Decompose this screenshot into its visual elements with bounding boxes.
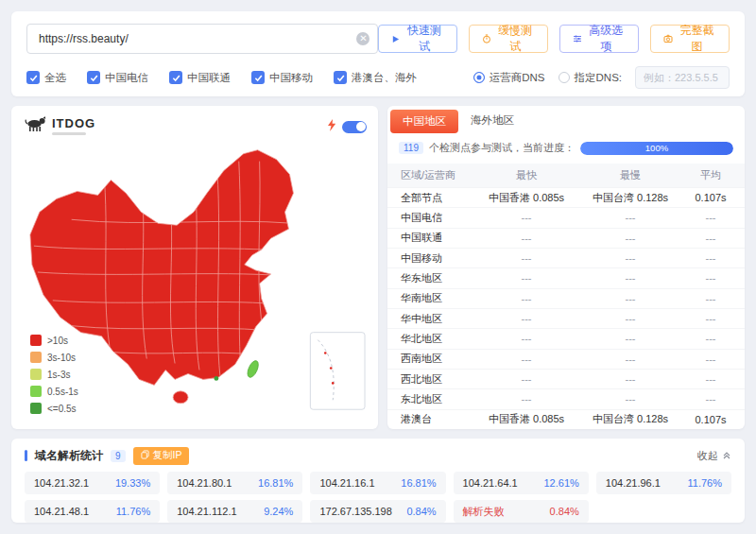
ip-percentage: 16.81% <box>258 477 293 489</box>
table-cell: --- <box>578 252 682 264</box>
radio-unselected-icon <box>558 72 570 83</box>
radio-label: 指定DNS: <box>575 71 622 85</box>
hainan-province[interactable] <box>173 391 188 404</box>
table-cell: --- <box>474 233 578 244</box>
progress-bar: 100% <box>580 142 733 155</box>
ip-address: 104.21.16.1 <box>319 477 374 489</box>
dog-icon <box>25 115 47 136</box>
table-row: 东北地区--------- <box>387 388 745 408</box>
radio-carrier-dns[interactable]: 运营商DNS <box>473 71 545 85</box>
logo-title: ITDOG <box>52 116 95 130</box>
table-row: 中国联通--------- <box>387 228 745 248</box>
progress-text: 个检测点参与测试，当前进度： <box>429 141 575 155</box>
checkbox-item[interactable]: 中国联通 <box>169 71 231 85</box>
table-cell: --- <box>474 353 578 365</box>
ip-stat-cell: 解析失败0.84% <box>454 500 589 523</box>
dns-stats-panel: 域名解析统计 9 复制IP 收起 <box>11 439 745 523</box>
url-input[interactable] <box>26 24 378 54</box>
tab-china-region[interactable]: 中国地区 <box>390 110 458 133</box>
camera-icon <box>663 34 673 43</box>
table-cell: --- <box>474 373 578 385</box>
custom-dns-input[interactable] <box>635 66 730 89</box>
table-cell: 西北地区 <box>387 372 474 387</box>
checkbox-item[interactable]: 中国移动 <box>251 71 313 85</box>
table-cell: 中国香港 0.085s <box>474 191 578 205</box>
table-cell: 中国台湾 0.128s <box>578 191 682 205</box>
map-animation-toggle[interactable] <box>342 121 367 133</box>
toggle-knob <box>356 122 366 131</box>
radio-custom-dns[interactable]: 指定DNS: <box>558 71 622 85</box>
table-cell: --- <box>474 313 578 324</box>
quick-test-button[interactable]: 快速测试 <box>378 25 456 53</box>
tab-overseas-region[interactable]: 海外地区 <box>458 109 526 132</box>
node-count-badge: 119 <box>399 142 423 154</box>
play-icon <box>391 35 400 43</box>
slow-test-button[interactable]: 缓慢测试 <box>469 25 548 53</box>
china-map-panel: ITDOG <box>11 106 378 429</box>
ip-percentage: 19.33% <box>115 477 150 489</box>
checkbox-label: 港澳台、海外 <box>352 71 417 85</box>
table-row: 西南地区--------- <box>387 349 745 369</box>
ip-address: 104.21.96.1 <box>606 477 661 489</box>
table-row: 华中地区--------- <box>387 308 745 328</box>
table-row: 港澳台中国香港 0.085s中国台湾 0.128s0.107s <box>387 409 745 429</box>
table-cell: --- <box>578 272 682 284</box>
taiwan-province[interactable] <box>246 359 261 379</box>
checked-checkbox-icon <box>26 71 40 84</box>
test-buttons: 快速测试缓慢测试高级选项完整截图 <box>378 25 730 53</box>
table-cell: --- <box>578 233 682 244</box>
advanced-options-button[interactable]: 高级选项 <box>559 25 639 53</box>
table-cell: 中国联通 <box>387 231 474 245</box>
table-cell: --- <box>578 373 682 385</box>
lightning-icon <box>327 118 336 135</box>
clear-input-icon[interactable]: ✕ <box>356 32 369 45</box>
table-cell: --- <box>474 393 578 405</box>
ip-stat-cell: 104.21.32.119.33% <box>25 472 160 494</box>
table-row: 华北地区--------- <box>387 328 745 348</box>
ip-address: 104.21.48.1 <box>34 506 89 517</box>
logo-tagline <box>52 132 86 135</box>
ip-address: 104.21.112.1 <box>177 506 236 517</box>
chevron-up-icon <box>722 450 731 461</box>
progress-row: 119 个检测点参与测试，当前进度： 100% <box>387 134 745 159</box>
checkbox-item[interactable]: 全选 <box>26 71 66 85</box>
copy-icon <box>141 450 149 461</box>
table-cell: 中国电信 <box>387 211 474 225</box>
table-row: 中国移动--------- <box>387 248 745 267</box>
table-cell: 港澳台 <box>387 412 474 426</box>
checkbox-item[interactable]: 中国电信 <box>87 71 148 85</box>
legend-swatch <box>30 352 42 363</box>
sliders-icon <box>573 34 582 43</box>
table-cell: --- <box>682 252 745 264</box>
button-label: 完整截图 <box>678 23 716 55</box>
copy-ip-button[interactable]: 复制IP <box>133 447 190 465</box>
collapse-toggle[interactable]: 收起 <box>697 449 731 463</box>
ip-stat-cell: 104.21.64.112.61% <box>454 472 589 494</box>
table-cell: --- <box>578 353 682 365</box>
legend-item: 3s-10s <box>30 352 78 363</box>
hong-kong-marker[interactable] <box>214 376 218 381</box>
table-row: 西北地区--------- <box>387 369 745 388</box>
panel-title: 域名解析统计 <box>35 448 103 464</box>
table-row: 中国电信--------- <box>387 207 745 227</box>
table-cell: 中国移动 <box>387 251 474 266</box>
legend-label: 0.5s-1s <box>47 387 78 397</box>
checked-checkbox-icon <box>169 71 182 84</box>
ip-percentage: 0.84% <box>406 506 436 517</box>
table-cell: --- <box>578 313 682 324</box>
checkbox-label: 中国电信 <box>105 71 148 85</box>
ip-stat-cell: 104.21.16.116.81% <box>310 472 445 494</box>
checkbox-item[interactable]: 港澳台、海外 <box>334 71 417 85</box>
south-china-sea-inset <box>310 333 365 410</box>
table-cell: 中国香港 0.085s <box>474 412 578 426</box>
logo-text: ITDOG <box>52 116 95 135</box>
legend-swatch <box>30 386 42 397</box>
full-screenshot-button[interactable]: 完整截图 <box>650 25 730 53</box>
legend-swatch <box>30 403 42 414</box>
table-cell: --- <box>682 333 745 344</box>
results-table-body: 全部节点中国香港 0.085s中国台湾 0.128s0.107s中国电信----… <box>387 187 745 429</box>
column-header: 平均 <box>682 168 745 182</box>
ip-address: 104.21.32.1 <box>34 477 89 489</box>
collapse-label: 收起 <box>697 449 718 463</box>
legend-label: <=0.5s <box>47 404 77 414</box>
